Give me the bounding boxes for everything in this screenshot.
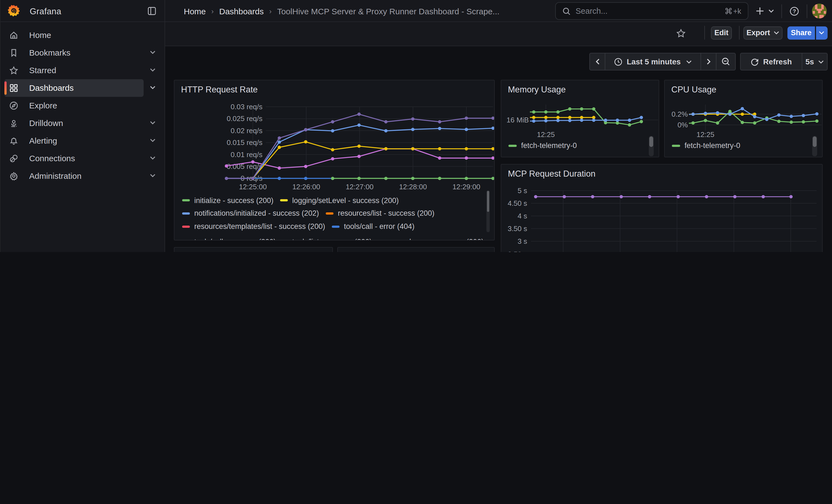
svg-text:4 s: 4 s [518, 212, 527, 220]
svg-text:0.015 req/s: 0.015 req/s [227, 138, 262, 147]
svg-text:12:25: 12:25 [537, 130, 555, 139]
svg-text:0.2%: 0.2% [672, 110, 688, 118]
svg-text:3.50 s: 3.50 s [508, 224, 527, 233]
svg-text:0.02 req/s: 0.02 req/s [231, 127, 262, 135]
svg-text:4.50 s: 4.50 s [508, 199, 527, 207]
svg-text:0%: 0% [677, 121, 688, 129]
svg-text:12:25: 12:25 [696, 130, 714, 139]
svg-text:12:29:00: 12:29:00 [452, 183, 480, 191]
svg-text:16 MiB: 16 MiB [506, 116, 529, 124]
svg-text:0.025 req/s: 0.025 req/s [227, 114, 262, 123]
svg-text:12:27:00: 12:27:00 [345, 183, 373, 191]
svg-text:0.01 req/s: 0.01 req/s [231, 151, 262, 159]
svg-text:12:28:00: 12:28:00 [399, 183, 427, 191]
svg-text:2.50 s: 2.50 s [508, 250, 527, 252]
svg-text:?: ? [792, 8, 796, 14]
svg-text:0.03 req/s: 0.03 req/s [231, 103, 262, 111]
svg-text:3 s: 3 s [518, 237, 527, 245]
svg-text:5 s: 5 s [518, 187, 527, 195]
svg-text:12:26:00: 12:26:00 [292, 183, 320, 191]
svg-text:12:25:00: 12:25:00 [239, 183, 267, 191]
